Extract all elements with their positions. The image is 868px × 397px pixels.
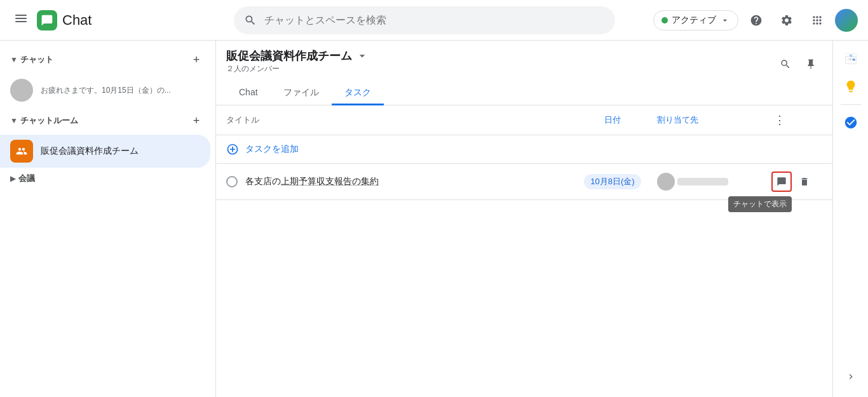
chat-section-title: ▼ チャット [10, 54, 53, 65]
svg-rect-2 [15, 21, 27, 22]
room-section-header[interactable]: ▼ チャットルーム + [0, 107, 215, 135]
chat-section-header[interactable]: ▼ チャット + [0, 46, 215, 74]
assignee-name-placeholder [677, 178, 728, 185]
room-title-chevron-icon[interactable] [356, 50, 369, 62]
chat-action-container: チャットで表示 [771, 172, 792, 192]
tab-tasks[interactable]: タスク [332, 82, 384, 105]
room-icon [10, 140, 33, 163]
room-list-item[interactable]: 販促会議資料作成チーム [0, 135, 210, 168]
content-header-top: 販促会議資料作成チーム ２人のメンバー [226, 48, 822, 79]
room-name: 販促会議資料作成チーム [41, 145, 139, 157]
tasks-sidebar-button[interactable] [838, 110, 864, 135]
topbar-left: Chat [10, 8, 226, 32]
tabs: Chat ファイル タスク [226, 82, 822, 105]
right-sidebar-divider [841, 104, 861, 105]
add-task-icon [226, 143, 239, 156]
col-assign-header: 割り当て先 [657, 115, 698, 124]
content-header: 販促会議資料作成チーム ２人のメンバー [216, 41, 832, 105]
tasks-icon [844, 116, 858, 130]
help-button[interactable] [743, 8, 769, 33]
sidebar: ▼ チャット + お疲れさまです。10月15日（金）の... ▼ チャットルーム… [0, 41, 216, 397]
svg-text:31: 31 [849, 55, 853, 58]
meetings-section-header[interactable]: ▶ 会議 [0, 168, 215, 189]
content-room-title: 販促会議資料作成チーム [226, 48, 352, 64]
room-section-title: ▼ チャットルーム [10, 115, 78, 126]
topbar: Chat アクティブ [0, 0, 868, 41]
status-chevron-icon [720, 15, 730, 25]
room-title-group: 販促会議資料作成チーム [226, 48, 369, 64]
notes-icon [844, 79, 858, 93]
calendar-sidebar-button[interactable]: 31 7 8 9 10 [838, 46, 864, 71]
svg-text:7: 7 [847, 58, 848, 61]
task-table-header: タイトル 日付 割り当て先 ⋮ [216, 105, 832, 135]
svg-rect-0 [15, 15, 27, 16]
search-input[interactable] [264, 15, 605, 26]
table-more-options-button[interactable]: ⋮ [771, 111, 788, 129]
apps-button[interactable] [804, 8, 830, 33]
chat-list-item[interactable]: お疲れさまです。10月15日（金）の... [0, 74, 215, 107]
add-task-row[interactable]: タスクを追加 [216, 135, 832, 164]
task-title: 各支店の上期予算収支報告の集約 [245, 176, 379, 186]
svg-rect-1 [15, 18, 27, 19]
avatar[interactable] [835, 9, 858, 32]
assignee-avatar [657, 173, 675, 191]
settings-button[interactable] [774, 8, 799, 33]
task-delete-button[interactable] [794, 172, 815, 192]
add-room-button[interactable]: + [187, 112, 205, 130]
pin-button[interactable] [799, 53, 822, 76]
calendar-icon: 31 7 8 9 10 [844, 51, 858, 65]
header-actions [774, 53, 822, 76]
task-chat-button[interactable] [771, 172, 792, 192]
col-date-header: 日付 [604, 115, 621, 124]
app-logo [37, 10, 57, 30]
status-label: アクティブ [672, 15, 716, 26]
task-delete-icon [799, 177, 810, 187]
meetings-section-label: 会議 [18, 173, 35, 184]
content-search-button[interactable] [774, 53, 797, 76]
svg-text:9: 9 [851, 58, 853, 61]
room-title-area: 販促会議資料作成チーム ２人のメンバー [226, 48, 369, 79]
main-layout: ▼ チャット + お疲れさまです。10月15日（金）の... ▼ チャットルーム… [0, 41, 868, 397]
svg-text:8: 8 [850, 58, 851, 61]
member-count: ２人のメンバー [226, 64, 369, 74]
search-bar[interactable] [234, 6, 615, 34]
chat-section-chevron-icon: ▼ [10, 55, 18, 64]
hamburger-icon[interactable] [10, 8, 32, 32]
add-task-label: タスクを追加 [245, 144, 299, 155]
tab-chat[interactable]: Chat [226, 82, 271, 105]
task-chat-icon [776, 177, 787, 187]
help-icon [750, 14, 763, 27]
expand-icon [846, 372, 856, 382]
topbar-right: アクティブ [653, 8, 858, 33]
task-date: 10月8日(金) [584, 174, 641, 189]
col-title-header: タイトル [226, 115, 259, 124]
settings-icon [780, 14, 793, 27]
svg-text:10: 10 [853, 58, 856, 60]
apps-icon [811, 14, 824, 27]
room-section-chevron-icon: ▼ [10, 116, 18, 125]
chat-item-avatar [10, 79, 33, 102]
pin-icon [805, 58, 817, 70]
task-chat-tooltip: チャットで表示 [728, 196, 792, 212]
tab-files[interactable]: ファイル [271, 82, 332, 105]
add-chat-button[interactable]: + [187, 51, 205, 69]
status-button[interactable]: アクティブ [653, 10, 738, 30]
status-dot [661, 17, 668, 24]
notes-sidebar-button[interactable] [838, 74, 864, 99]
meetings-chevron-icon: ▶ [10, 174, 16, 183]
search-icon [244, 14, 257, 27]
task-checkbox[interactable] [226, 176, 238, 187]
chat-item-preview: お疲れさまです。10月15日（金）の... [41, 85, 205, 96]
chat-item-text: お疲れさまです。10月15日（金）の... [41, 85, 205, 96]
content-search-icon [780, 58, 791, 70]
task-area: タイトル 日付 割り当て先 ⋮ タスクを追加 [216, 105, 832, 397]
right-sidebar: 31 7 8 9 10 [832, 41, 868, 397]
content-area: 販促会議資料作成チーム ２人のメンバー [216, 41, 832, 397]
expand-button[interactable] [841, 367, 861, 387]
app-title: Chat [62, 12, 92, 29]
table-row: 各支店の上期予算収支報告の集約 10月8日(金) [216, 164, 832, 200]
